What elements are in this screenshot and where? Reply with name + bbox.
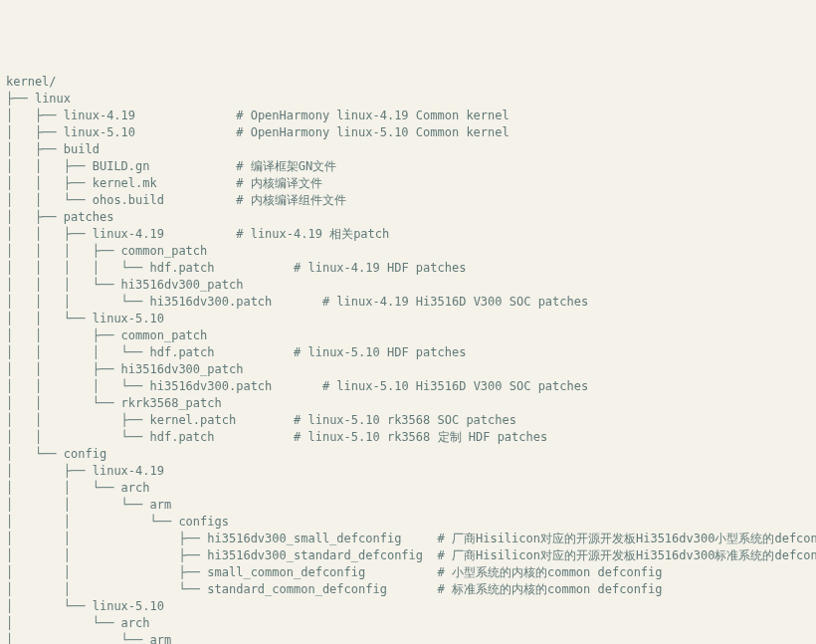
hash-icon: # bbox=[236, 158, 250, 175]
spacer bbox=[365, 564, 437, 581]
tree-line: │ │ │ └── hi3516dv300.patch # linux-5.10… bbox=[6, 378, 810, 395]
tree-line: │ │ └── hdf.patch # linux-5.10 rk3568 定制… bbox=[6, 429, 810, 446]
comment-text: linux-5.10 Hi3516D V300 SOC patches bbox=[336, 378, 588, 395]
tree-prefix: │ │ └── bbox=[6, 480, 121, 497]
comment-text: linux-4.19 HDF patches bbox=[307, 260, 466, 277]
tree-line: │ │ └── ohos.build # 内核编译组件文件 bbox=[6, 192, 810, 209]
tree-line: │ └── linux-5.10 bbox=[6, 598, 810, 615]
tree-prefix: │ ├── bbox=[6, 124, 64, 141]
tree-prefix: │ ├── bbox=[6, 141, 64, 158]
spacer bbox=[135, 107, 236, 124]
tree-prefix: │ └── bbox=[6, 598, 93, 615]
node-name: common_patch bbox=[121, 243, 208, 260]
tree-line: │ │ ├── BUILD.gn # 编译框架GN文件 bbox=[6, 158, 810, 175]
tree-line: │ │ │ └── hdf.patch # linux-5.10 HDF pat… bbox=[6, 344, 810, 361]
tree-prefix: │ └── bbox=[6, 632, 150, 644]
tree-prefix: │ │ ├── bbox=[6, 564, 207, 581]
tree-line: │ ├── linux-4.19 bbox=[6, 463, 810, 480]
tree-prefix: │ ├── bbox=[6, 463, 93, 480]
tree-line: │ │ ├── hi3516dv300_patch bbox=[6, 361, 810, 378]
tree-prefix: │ │ ├── bbox=[6, 361, 121, 378]
tree-prefix: │ │ │ └── bbox=[6, 378, 150, 395]
tree-prefix: │ │ └── bbox=[6, 311, 93, 327]
comment-text: 厂商Hisilicon对应的开源开发板Hi3516dv300小型系统的defco… bbox=[452, 531, 816, 547]
tree-line: │ │ └── arch bbox=[6, 480, 810, 497]
spacer bbox=[164, 226, 236, 243]
tree-prefix: │ │ ├── bbox=[6, 158, 93, 175]
node-name: hi3516dv300.patch bbox=[150, 378, 273, 395]
tree-line: │ │ │ │ └── hdf.patch # linux-4.19 HDF p… bbox=[6, 260, 810, 277]
spacer bbox=[423, 547, 437, 564]
hash-icon: # bbox=[236, 124, 250, 141]
node-name: hi3516dv300_standard_defconfig bbox=[207, 547, 423, 564]
tree-line: │ │ └── rkrk3568_patch bbox=[6, 395, 810, 412]
comment-text: linux-4.19 Hi3516D V300 SOC patches bbox=[336, 294, 588, 311]
tree-prefix: │ │ └── bbox=[6, 581, 207, 598]
tree-prefix: │ │ └── bbox=[6, 497, 150, 514]
node-name: BUILD.gn bbox=[93, 158, 150, 175]
hash-icon: # bbox=[438, 547, 452, 564]
tree-prefix: │ └── bbox=[6, 446, 64, 463]
tree-prefix: │ │ ├── bbox=[6, 226, 93, 243]
node-name: arm bbox=[150, 632, 172, 644]
hash-icon: # bbox=[294, 429, 307, 446]
tree-line: │ │ ├── linux-4.19 # linux-4.19 相关patch bbox=[6, 226, 810, 243]
comment-text: linux-4.19 相关patch bbox=[251, 226, 390, 243]
tree-prefix: ├── bbox=[6, 91, 35, 107]
node-name: linux-4.19 bbox=[93, 463, 164, 480]
hash-icon: # bbox=[322, 294, 336, 311]
node-name: kernel/ bbox=[6, 74, 57, 91]
comment-text: 内核编译组件文件 bbox=[251, 192, 346, 209]
comment-text: linux-5.10 rk3568 SOC patches bbox=[307, 412, 516, 429]
hash-icon: # bbox=[236, 226, 250, 243]
node-name: build bbox=[64, 141, 100, 158]
comment-text: 小型系统的内核的common defconfig bbox=[452, 564, 663, 581]
node-name: hdf.patch bbox=[150, 260, 215, 277]
hash-icon: # bbox=[236, 107, 250, 124]
node-name: configs bbox=[178, 514, 229, 531]
spacer bbox=[272, 378, 322, 395]
node-name: small_common_defconfig bbox=[207, 564, 365, 581]
tree-line: │ │ │ ├── common_patch bbox=[6, 243, 810, 260]
node-name: rkrk3568_patch bbox=[121, 395, 222, 412]
tree-line: │ │ └── standard_common_defconfig # 标准系统… bbox=[6, 581, 810, 598]
tree-line: │ ├── patches bbox=[6, 209, 810, 226]
spacer bbox=[272, 294, 322, 311]
node-name: kernel.mk bbox=[93, 175, 157, 192]
tree-prefix: │ │ ├── bbox=[6, 412, 150, 429]
spacer bbox=[215, 344, 294, 361]
hash-icon: # bbox=[294, 412, 307, 429]
hash-icon: # bbox=[438, 564, 452, 581]
directory-tree: kernel/├── linux│ ├── linux-4.19 # OpenH… bbox=[6, 74, 810, 644]
tree-prefix: │ │ │ └── bbox=[6, 344, 150, 361]
node-name: hdf.patch bbox=[150, 344, 215, 361]
node-name: hi3516dv300_patch bbox=[121, 277, 244, 294]
tree-prefix: │ │ │ │ └── bbox=[6, 260, 150, 277]
tree-line: │ └── arch bbox=[6, 615, 810, 632]
hash-icon: # bbox=[294, 260, 307, 277]
hash-icon: # bbox=[438, 531, 452, 547]
hash-icon: # bbox=[236, 192, 250, 209]
tree-prefix: │ │ └── bbox=[6, 192, 93, 209]
node-name: config bbox=[64, 446, 106, 463]
node-name: standard_common_defconfig bbox=[207, 581, 387, 598]
node-name: patches bbox=[64, 209, 114, 226]
node-name: hi3516dv300_small_defconfig bbox=[207, 531, 401, 547]
tree-line: │ │ │ └── hi3516dv300_patch bbox=[6, 277, 810, 294]
tree-prefix: │ ├── bbox=[6, 107, 64, 124]
tree-line: │ │ ├── hi3516dv300_standard_defconfig #… bbox=[6, 547, 810, 564]
comment-text: linux-5.10 rk3568 定制 HDF patches bbox=[307, 429, 547, 446]
comment-text: 厂商Hisilicon对应的开源开发板Hi3516dv300标准系统的defco… bbox=[452, 547, 816, 564]
tree-line: │ ├── build bbox=[6, 141, 810, 158]
spacer bbox=[135, 124, 236, 141]
node-name: linux-4.19 bbox=[64, 107, 135, 124]
tree-prefix: │ ├── bbox=[6, 209, 64, 226]
tree-line: │ ├── linux-4.19 # OpenHarmony linux-4.1… bbox=[6, 107, 810, 124]
tree-prefix: │ │ └── bbox=[6, 514, 178, 531]
spacer bbox=[215, 260, 294, 277]
tree-line: │ │ ├── common_patch bbox=[6, 327, 810, 344]
spacer bbox=[215, 429, 294, 446]
tree-prefix: │ │ ├── bbox=[6, 175, 93, 192]
comment-text: OpenHarmony linux-4.19 Common kernel bbox=[251, 107, 510, 124]
node-name: hdf.patch bbox=[150, 429, 215, 446]
